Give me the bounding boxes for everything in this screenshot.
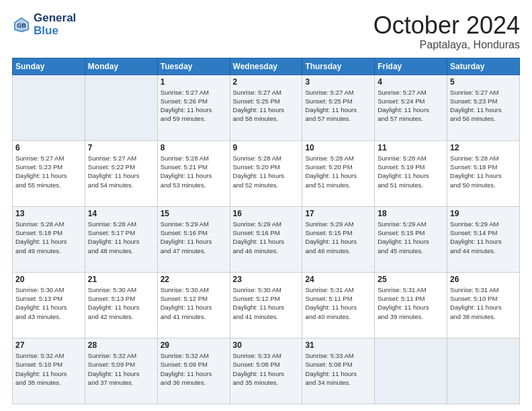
cal-cell: 11Sunrise: 5:28 AM Sunset: 5:19 PM Dayli… — [375, 140, 447, 206]
cal-cell: 4Sunrise: 5:27 AM Sunset: 5:24 PM Daylig… — [375, 75, 447, 140]
main-title: October 2024 — [373, 12, 520, 39]
day-info: Sunrise: 5:30 AM Sunset: 5:12 PM Dayligh… — [161, 285, 227, 321]
day-number: 4 — [378, 77, 444, 87]
cal-cell: 25Sunrise: 5:31 AM Sunset: 5:11 PM Dayli… — [375, 272, 447, 338]
header: GB General Blue October 2024 Paptalaya, … — [12, 12, 520, 51]
day-info: Sunrise: 5:30 AM Sunset: 5:12 PM Dayligh… — [233, 285, 300, 321]
cal-cell: 18Sunrise: 5:29 AM Sunset: 5:15 PM Dayli… — [375, 206, 447, 272]
day-info: Sunrise: 5:29 AM Sunset: 5:15 PM Dayligh… — [305, 220, 371, 255]
day-number: 1 — [161, 77, 227, 87]
day-number: 14 — [88, 209, 154, 218]
day-number: 26 — [450, 275, 517, 284]
cal-cell: 9Sunrise: 5:28 AM Sunset: 5:20 PM Daylig… — [230, 140, 302, 206]
cal-cell: 13Sunrise: 5:28 AM Sunset: 5:18 PM Dayli… — [13, 206, 85, 272]
day-info: Sunrise: 5:28 AM Sunset: 5:18 PM Dayligh… — [15, 220, 82, 255]
day-number: 17 — [305, 209, 371, 218]
day-info: Sunrise: 5:29 AM Sunset: 5:16 PM Dayligh… — [161, 220, 227, 255]
logo: GB General Blue — [12, 12, 76, 37]
day-info: Sunrise: 5:29 AM Sunset: 5:15 PM Dayligh… — [378, 220, 444, 255]
day-info: Sunrise: 5:32 AM Sunset: 5:10 PM Dayligh… — [15, 351, 82, 387]
col-header-friday: Friday — [375, 58, 447, 75]
cal-cell: 21Sunrise: 5:30 AM Sunset: 5:13 PM Dayli… — [85, 272, 157, 338]
day-number: 7 — [88, 143, 154, 152]
page: GB General Blue October 2024 Paptalaya, … — [0, 0, 532, 411]
cal-cell: 23Sunrise: 5:30 AM Sunset: 5:12 PM Dayli… — [230, 272, 302, 338]
cal-cell: 10Sunrise: 5:28 AM Sunset: 5:20 PM Dayli… — [302, 140, 375, 206]
day-info: Sunrise: 5:28 AM Sunset: 5:21 PM Dayligh… — [161, 154, 227, 189]
cal-cell: 3Sunrise: 5:27 AM Sunset: 5:25 PM Daylig… — [302, 75, 375, 140]
day-info: Sunrise: 5:28 AM Sunset: 5:18 PM Dayligh… — [450, 154, 517, 189]
title-block: October 2024 Paptalaya, Honduras — [373, 12, 520, 51]
cal-cell — [85, 75, 157, 140]
day-number: 11 — [378, 143, 444, 152]
day-info: Sunrise: 5:31 AM Sunset: 5:11 PM Dayligh… — [305, 285, 371, 321]
day-info: Sunrise: 5:28 AM Sunset: 5:19 PM Dayligh… — [378, 154, 444, 189]
cal-cell: 5Sunrise: 5:27 AM Sunset: 5:23 PM Daylig… — [447, 75, 520, 140]
day-number: 3 — [305, 77, 371, 87]
day-info: Sunrise: 5:27 AM Sunset: 5:25 PM Dayligh… — [233, 88, 300, 124]
day-info: Sunrise: 5:33 AM Sunset: 5:08 PM Dayligh… — [305, 351, 371, 387]
col-header-monday: Monday — [85, 58, 157, 75]
day-info: Sunrise: 5:30 AM Sunset: 5:13 PM Dayligh… — [15, 285, 82, 321]
cal-cell: 15Sunrise: 5:29 AM Sunset: 5:16 PM Dayli… — [157, 206, 230, 272]
col-header-tuesday: Tuesday — [157, 58, 230, 75]
day-info: Sunrise: 5:27 AM Sunset: 5:26 PM Dayligh… — [161, 88, 227, 124]
cal-cell: 1Sunrise: 5:27 AM Sunset: 5:26 PM Daylig… — [157, 75, 230, 140]
day-number: 25 — [378, 275, 444, 284]
day-number: 8 — [161, 143, 227, 152]
day-info: Sunrise: 5:28 AM Sunset: 5:17 PM Dayligh… — [88, 220, 154, 255]
day-number: 5 — [450, 77, 517, 87]
cal-cell — [447, 338, 520, 404]
day-info: Sunrise: 5:33 AM Sunset: 5:08 PM Dayligh… — [233, 351, 300, 387]
cal-cell: 20Sunrise: 5:30 AM Sunset: 5:13 PM Dayli… — [13, 272, 85, 338]
day-number: 21 — [88, 275, 154, 284]
day-number: 12 — [450, 143, 517, 152]
col-header-thursday: Thursday — [302, 58, 375, 75]
day-number: 28 — [88, 340, 154, 350]
cal-cell: 17Sunrise: 5:29 AM Sunset: 5:15 PM Dayli… — [302, 206, 375, 272]
day-number: 23 — [233, 275, 300, 284]
day-info: Sunrise: 5:28 AM Sunset: 5:20 PM Dayligh… — [305, 154, 371, 189]
svg-text:GB: GB — [17, 22, 26, 29]
day-info: Sunrise: 5:32 AM Sunset: 5:09 PM Dayligh… — [161, 351, 227, 387]
day-info: Sunrise: 5:27 AM Sunset: 5:24 PM Dayligh… — [378, 88, 444, 124]
day-info: Sunrise: 5:27 AM Sunset: 5:22 PM Dayligh… — [88, 154, 154, 189]
cal-cell: 24Sunrise: 5:31 AM Sunset: 5:11 PM Dayli… — [302, 272, 375, 338]
day-info: Sunrise: 5:28 AM Sunset: 5:20 PM Dayligh… — [233, 154, 300, 189]
day-info: Sunrise: 5:27 AM Sunset: 5:25 PM Dayligh… — [305, 88, 371, 124]
cal-cell: 31Sunrise: 5:33 AM Sunset: 5:08 PM Dayli… — [302, 338, 375, 404]
cal-cell: 28Sunrise: 5:32 AM Sunset: 5:09 PM Dayli… — [85, 338, 157, 404]
col-header-sunday: Sunday — [13, 58, 85, 75]
day-info: Sunrise: 5:32 AM Sunset: 5:09 PM Dayligh… — [88, 351, 154, 387]
cal-cell: 19Sunrise: 5:29 AM Sunset: 5:14 PM Dayli… — [447, 206, 520, 272]
day-info: Sunrise: 5:27 AM Sunset: 5:23 PM Dayligh… — [15, 154, 82, 189]
cal-cell: 27Sunrise: 5:32 AM Sunset: 5:10 PM Dayli… — [13, 338, 85, 404]
day-number: 15 — [161, 209, 227, 218]
cal-cell: 12Sunrise: 5:28 AM Sunset: 5:18 PM Dayli… — [447, 140, 520, 206]
day-number: 22 — [161, 275, 227, 284]
cal-cell: 6Sunrise: 5:27 AM Sunset: 5:23 PM Daylig… — [13, 140, 85, 206]
day-number: 2 — [233, 77, 300, 87]
col-header-wednesday: Wednesday — [230, 58, 302, 75]
day-info: Sunrise: 5:29 AM Sunset: 5:16 PM Dayligh… — [233, 220, 300, 255]
day-number: 6 — [15, 143, 82, 152]
cal-cell — [13, 75, 85, 140]
day-number: 13 — [15, 209, 82, 218]
day-number: 31 — [305, 340, 371, 350]
col-header-saturday: Saturday — [447, 58, 520, 75]
day-number: 19 — [450, 209, 517, 218]
day-number: 20 — [15, 275, 82, 284]
day-number: 29 — [161, 340, 227, 350]
cal-cell: 16Sunrise: 5:29 AM Sunset: 5:16 PM Dayli… — [230, 206, 302, 272]
day-number: 27 — [15, 340, 82, 350]
subtitle: Paptalaya, Honduras — [373, 39, 520, 51]
cal-cell: 8Sunrise: 5:28 AM Sunset: 5:21 PM Daylig… — [157, 140, 230, 206]
day-number: 16 — [233, 209, 300, 218]
day-info: Sunrise: 5:30 AM Sunset: 5:13 PM Dayligh… — [88, 285, 154, 321]
logo-icon: GB — [12, 15, 31, 34]
cal-cell — [375, 338, 447, 404]
day-info: Sunrise: 5:31 AM Sunset: 5:10 PM Dayligh… — [450, 285, 517, 321]
day-info: Sunrise: 5:27 AM Sunset: 5:23 PM Dayligh… — [450, 88, 517, 124]
day-number: 30 — [233, 340, 300, 350]
cal-cell: 22Sunrise: 5:30 AM Sunset: 5:12 PM Dayli… — [157, 272, 230, 338]
